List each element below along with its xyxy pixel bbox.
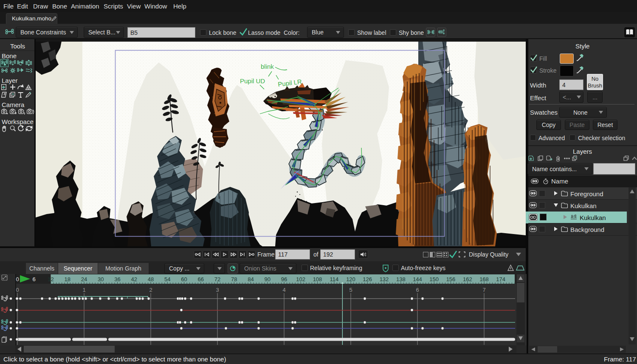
svg-text:126: 126 — [363, 276, 372, 282]
svg-text:54: 54 — [164, 276, 170, 282]
svg-text:6: 6 — [416, 287, 419, 293]
svg-text:36: 36 — [114, 276, 120, 282]
svg-text:24: 24 — [81, 276, 87, 282]
svg-text:6: 6 — [32, 276, 35, 282]
svg-text:66: 66 — [198, 276, 204, 282]
svg-text:78: 78 — [231, 276, 237, 282]
svg-text:108: 108 — [313, 276, 322, 282]
svg-text:102: 102 — [296, 276, 305, 282]
svg-text:138: 138 — [396, 276, 406, 282]
svg-text:48: 48 — [148, 276, 154, 282]
svg-text:96: 96 — [281, 276, 287, 282]
svg-text:0: 0 — [16, 287, 19, 293]
svg-text:174: 174 — [496, 276, 505, 282]
svg-text:0: 0 — [16, 276, 19, 282]
svg-text:132: 132 — [380, 276, 389, 282]
svg-text:84: 84 — [248, 276, 254, 282]
svg-text:4: 4 — [282, 287, 285, 293]
svg-text:30: 30 — [98, 276, 104, 282]
svg-text:12: 12 — [48, 276, 54, 282]
svg-text:5: 5 — [349, 287, 352, 293]
svg-text:150: 150 — [429, 276, 439, 282]
svg-text:2: 2 — [149, 287, 152, 293]
svg-text:18: 18 — [65, 276, 70, 282]
svg-text:60: 60 — [181, 276, 187, 282]
svg-text:72: 72 — [214, 276, 220, 282]
svg-text:156: 156 — [446, 276, 456, 282]
svg-text:1: 1 — [82, 287, 85, 293]
svg-text:3: 3 — [216, 287, 219, 293]
svg-text:Pupil UD: Pupil UD — [240, 77, 265, 85]
svg-text:90: 90 — [265, 276, 271, 282]
svg-text:7: 7 — [482, 287, 485, 293]
svg-text:120: 120 — [346, 276, 355, 282]
svg-text:168: 168 — [479, 276, 489, 282]
svg-text:114: 114 — [330, 276, 338, 282]
svg-text:42: 42 — [131, 276, 137, 282]
svg-text:144: 144 — [413, 276, 422, 282]
svg-text:blink: blink — [261, 63, 274, 70]
svg-text:162: 162 — [463, 276, 472, 282]
